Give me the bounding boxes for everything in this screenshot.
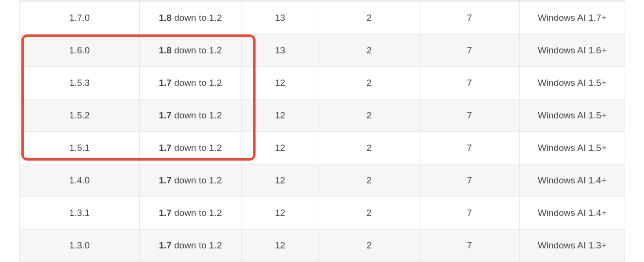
table-row: 1.5.21.7 down to 1.21227Windows AI 1.5+ bbox=[20, 99, 625, 132]
cell-range: 1.7 down to 1.2 bbox=[140, 197, 242, 229]
cell-col4: 2 bbox=[319, 164, 419, 197]
cell-range: 1.7 down to 1.2 bbox=[140, 164, 242, 197]
cell-col5: 7 bbox=[419, 164, 520, 197]
cell-col6: Windows AI 1.4+ bbox=[520, 164, 625, 197]
cell-version: 1.7.0 bbox=[20, 2, 140, 34]
range-bold: 1.7 bbox=[159, 175, 172, 185]
table-row: 1.4.01.7 down to 1.21227Windows AI 1.4+ bbox=[20, 164, 625, 197]
cell-col4: 2 bbox=[319, 197, 419, 229]
cell-col3: 12 bbox=[242, 99, 319, 132]
cell-range: 1.7 down to 1.2 bbox=[140, 132, 242, 164]
cell-range: 1.7 down to 1.2 bbox=[140, 229, 242, 262]
cell-col3: 12 bbox=[242, 67, 319, 99]
cell-col5: 7 bbox=[419, 132, 520, 164]
table-row: 1.3.11.7 down to 1.21227Windows AI 1.4+ bbox=[20, 197, 625, 229]
cell-range: 1.8 down to 1.2 bbox=[140, 34, 242, 67]
cell-col4: 2 bbox=[319, 2, 419, 34]
cell-col5: 7 bbox=[419, 99, 520, 132]
cell-col4: 2 bbox=[319, 132, 419, 164]
table-row: 1.3.01.7 down to 1.21227Windows AI 1.3+ bbox=[20, 229, 625, 262]
cell-col6: Windows AI 1.6+ bbox=[520, 34, 625, 67]
cell-col4: 2 bbox=[319, 67, 419, 99]
range-rest: down to 1.2 bbox=[172, 143, 222, 153]
range-rest: down to 1.2 bbox=[172, 175, 222, 185]
cell-col4: 2 bbox=[319, 34, 419, 67]
range-bold: 1.8 bbox=[159, 45, 172, 55]
cell-version: 1.4.0 bbox=[20, 164, 140, 197]
range-rest: down to 1.2 bbox=[172, 110, 222, 120]
table-row: 1.6.01.8 down to 1.21327Windows AI 1.6+ bbox=[20, 34, 625, 67]
cell-col6: Windows AI 1.7+ bbox=[520, 2, 625, 34]
cell-version: 1.3.0 bbox=[20, 229, 140, 262]
range-bold: 1.8 bbox=[159, 13, 172, 23]
cell-col3: 12 bbox=[242, 132, 319, 164]
range-rest: down to 1.2 bbox=[172, 45, 222, 55]
cell-col6: Windows AI 1.5+ bbox=[520, 132, 625, 164]
cell-col5: 7 bbox=[419, 229, 520, 262]
cell-range: 1.7 down to 1.2 bbox=[140, 67, 242, 99]
cell-col5: 7 bbox=[419, 67, 520, 99]
table-row: 1.5.31.7 down to 1.21227Windows AI 1.5+ bbox=[20, 67, 625, 99]
cell-col5: 7 bbox=[419, 34, 520, 67]
range-bold: 1.7 bbox=[159, 240, 172, 250]
range-rest: down to 1.2 bbox=[172, 13, 222, 23]
cell-col3: 12 bbox=[242, 229, 319, 262]
cell-version: 1.5.3 bbox=[20, 67, 140, 99]
cell-col6: Windows AI 1.5+ bbox=[520, 99, 625, 132]
cell-version: 1.5.2 bbox=[20, 99, 140, 132]
cell-col3: 12 bbox=[242, 197, 319, 229]
cell-version: 1.5.1 bbox=[20, 132, 140, 164]
cell-range: 1.8 down to 1.2 bbox=[140, 2, 242, 34]
cell-version: 1.3.1 bbox=[20, 197, 140, 229]
range-bold: 1.7 bbox=[159, 78, 172, 88]
cell-col5: 7 bbox=[419, 2, 520, 34]
range-bold: 1.7 bbox=[159, 143, 172, 153]
range-rest: down to 1.2 bbox=[172, 208, 222, 218]
cell-col5: 7 bbox=[419, 197, 520, 229]
cell-col6: Windows AI 1.5+ bbox=[520, 67, 625, 99]
range-rest: down to 1.2 bbox=[172, 78, 222, 88]
cell-col3: 12 bbox=[242, 164, 319, 197]
cell-col4: 2 bbox=[319, 229, 419, 262]
range-rest: down to 1.2 bbox=[172, 240, 222, 250]
cell-col3: 13 bbox=[242, 2, 319, 34]
range-bold: 1.7 bbox=[159, 208, 172, 218]
range-bold: 1.7 bbox=[159, 110, 172, 120]
table-row: 1.5.11.7 down to 1.21227Windows AI 1.5+ bbox=[20, 132, 625, 164]
cell-col6: Windows AI 1.4+ bbox=[520, 197, 625, 229]
cell-col4: 2 bbox=[319, 99, 419, 132]
cell-version: 1.6.0 bbox=[20, 34, 140, 67]
cell-range: 1.7 down to 1.2 bbox=[140, 99, 242, 132]
cell-col6: Windows AI 1.3+ bbox=[520, 229, 625, 262]
table-row: 1.7.01.8 down to 1.21327Windows AI 1.7+ bbox=[20, 2, 625, 34]
cell-col3: 13 bbox=[242, 34, 319, 67]
version-table: 1.7.01.8 down to 1.21327Windows AI 1.7+1… bbox=[19, 0, 625, 262]
